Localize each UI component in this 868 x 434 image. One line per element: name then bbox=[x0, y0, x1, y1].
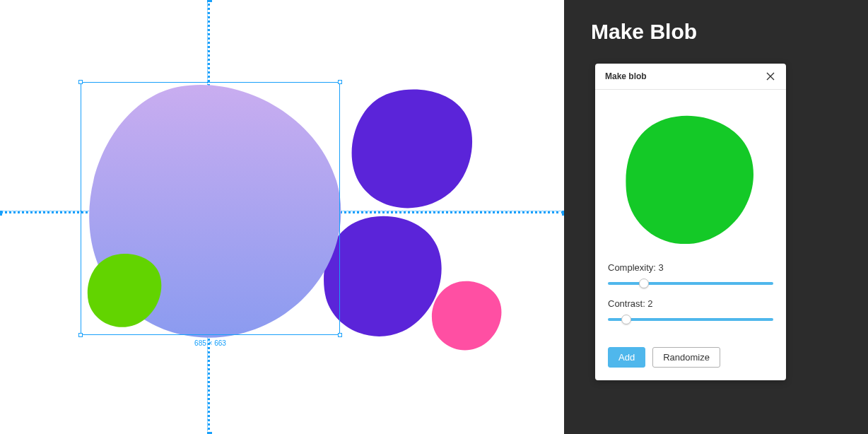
blob-pink[interactable] bbox=[431, 278, 505, 353]
slider-thumb[interactable] bbox=[621, 315, 631, 324]
canvas-area[interactable]: 685 × 663 bbox=[0, 0, 564, 434]
slider-thumb[interactable] bbox=[639, 278, 649, 288]
make-blob-panel: Make blob Complexity: 3 Contrast: bbox=[595, 64, 786, 380]
preview-blob bbox=[623, 112, 758, 244]
contrast-control: Contrast: 2 bbox=[608, 298, 773, 324]
close-button[interactable] bbox=[765, 71, 776, 82]
page-title: Make Blob bbox=[591, 20, 841, 44]
complexity-label: Complexity: 3 bbox=[608, 262, 773, 273]
panel-title: Make blob bbox=[605, 71, 647, 81]
close-icon bbox=[766, 72, 775, 81]
blob-green-small[interactable] bbox=[86, 252, 165, 329]
panel-actions: Add Randomize bbox=[595, 347, 786, 380]
randomize-button[interactable]: Randomize bbox=[652, 347, 720, 368]
contrast-label: Contrast: 2 bbox=[608, 298, 773, 309]
slider-track bbox=[608, 318, 773, 321]
panel-controls: Complexity: 3 Contrast: 2 bbox=[595, 262, 786, 347]
selection-dimensions: 685 × 663 bbox=[194, 339, 226, 347]
slider-track bbox=[608, 282, 773, 285]
blob-purple-top[interactable] bbox=[344, 87, 479, 213]
contrast-slider[interactable] bbox=[608, 315, 773, 324]
panel-header: Make blob bbox=[595, 64, 786, 90]
blob-preview bbox=[595, 90, 786, 262]
complexity-control: Complexity: 3 bbox=[608, 262, 773, 288]
complexity-slider[interactable] bbox=[608, 278, 773, 288]
add-button[interactable]: Add bbox=[608, 347, 645, 368]
sidebar: Make Blob Make blob Complexity: 3 bbox=[564, 0, 868, 434]
